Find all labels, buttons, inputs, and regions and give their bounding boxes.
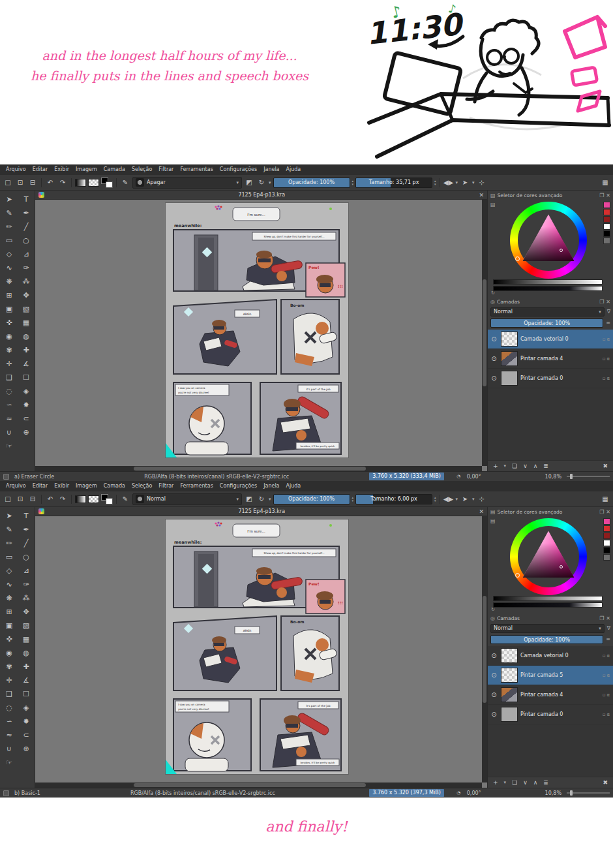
eraser-mode-icon[interactable]: ◩ [244,493,254,504]
gradient-chooser[interactable] [75,495,86,503]
crop-overlay-icon[interactable]: ⊹ [477,493,487,504]
close-document-icon[interactable]: ✕ [479,192,484,198]
menu-item[interactable]: Arquivo [3,481,29,491]
polygon-tool-icon[interactable]: ◇ [1,247,18,261]
layer-row[interactable]: ⊙ Camada vetorial 0 ▫α [488,330,613,349]
rectangle-tool-icon[interactable]: ▭ [1,234,18,247]
opacity-spinner[interactable]: ▴▾ [352,496,354,503]
new-document-icon[interactable]: □ [3,177,13,188]
color-selector-settings-icon[interactable]: ▤ [490,509,496,515]
lightness-slider[interactable] [493,602,603,608]
float-docker-icon[interactable]: ❐ [599,299,604,305]
opacity-slider[interactable]: Opacidade: 100% [273,178,350,188]
layer-visibility-icon[interactable]: ⊙ [490,335,498,343]
delete-layer-button[interactable]: ✖ [603,779,608,786]
rotation-icon[interactable]: ◔ [456,471,462,482]
layer-visibility-icon[interactable]: ⊙ [490,355,498,362]
select-shapes-tool-icon[interactable]: ➤ [1,509,18,523]
blend-mode-dropdown[interactable]: Normal ▾ [490,307,605,317]
chevron-down-icon[interactable]: ▾ [456,180,458,185]
reference-images-tool-icon[interactable]: ❑ [1,687,18,701]
multibrush-tool-icon[interactable]: ⁂ [18,591,35,605]
enclose-fill-tool-icon[interactable]: ◍ [18,646,35,660]
add-layer-button[interactable]: + [493,779,498,786]
layer-lock-icons[interactable]: ▫α [603,376,611,381]
menu-item[interactable]: Seleção [128,481,155,491]
enclose-fill-tool-icon[interactable]: ◍ [18,330,35,343]
transform-tool-icon[interactable]: ⊞ [1,605,18,619]
color-swatch[interactable] [603,216,610,223]
smart-patch-tool-icon[interactable]: ✚ [18,343,35,357]
layer-visibility-icon[interactable]: ⊙ [490,672,498,679]
move-layer-down-button[interactable]: ∨ [523,779,528,786]
menu-item[interactable]: Ajuda [283,164,305,175]
freehand-brush-tool-icon[interactable]: ✏ [1,536,18,550]
blend-mode-dropdown[interactable]: Normal ▾ [490,624,605,633]
menu-item[interactable]: Exibir [51,164,72,175]
magnetic-select-tool-icon[interactable]: ∪ [1,426,18,439]
transform-tool-icon[interactable]: ⊞ [1,288,18,302]
layer-lock-icons[interactable]: ▫α [603,337,611,342]
menu-item[interactable]: Filtrar [155,164,177,175]
undo-icon[interactable]: ↶ [45,177,55,188]
bezier-select-tool-icon[interactable]: ⊂ [18,412,35,426]
chevron-down-icon[interactable]: ▾ [472,180,475,185]
canvas[interactable]: I'm sure... meanwhile: [35,516,482,783]
zoom-slider[interactable] [567,476,610,477]
color-swatch[interactable] [603,540,610,546]
line-tool-icon[interactable]: ╱ [18,220,35,234]
foreground-background-colors[interactable] [101,494,113,504]
layer-lock-icons[interactable]: ▫α [603,712,611,717]
layer-lock-icons[interactable]: ▫α [603,653,611,659]
similar-color-select-tool-icon[interactable]: ≈ [1,728,18,742]
elliptical-select-tool-icon[interactable]: ◌ [1,701,18,715]
brush-size-slider[interactable]: Tamanho: 35,71 px [355,178,432,188]
layer-row[interactable]: ⊙ Camada vetorial 0 ▫α [488,646,613,666]
move-layer-up-button[interactable]: ∧ [533,779,538,786]
chevron-down-icon[interactable]: ▾ [504,780,507,785]
eraser-mode-icon[interactable]: ◩ [244,177,254,188]
size-spinner[interactable]: ▴▾ [434,496,436,503]
layer-lock-icons[interactable]: ▫α [603,692,611,698]
open-document-icon[interactable]: ⊡ [15,177,25,188]
vertical-scrollbar[interactable] [482,516,487,783]
freehand-path-tool-icon[interactable]: ✑ [18,261,35,275]
document-tab[interactable]: 7125 Ep4-p13.kra ✕ [35,191,487,200]
pattern-chooser[interactable] [88,495,99,503]
assistants-tool-icon[interactable]: ✛ [1,357,18,371]
save-document-icon[interactable]: ⊟ [27,177,38,188]
layer-options-icon[interactable]: ≡ [606,320,610,326]
color-wheel[interactable] [510,202,587,279]
opacity-slider[interactable]: Opacidade: 100% [273,494,350,504]
edit-shapes-tool-icon[interactable]: ✎ [1,206,18,220]
color-swatch[interactable] [603,202,610,208]
polyline-tool-icon[interactable]: ⊿ [18,564,35,578]
value-slider[interactable] [493,596,603,601]
close-docker-icon[interactable]: ✕ [606,193,610,198]
horizontal-scrollbar[interactable] [35,466,482,471]
reload-brush-icon[interactable]: ↻ [256,177,267,188]
dynamic-brush-tool-icon[interactable]: ❋ [1,591,18,605]
ellipse-tool-icon[interactable]: ○ [18,550,35,564]
brush-preset-dropdown[interactable]: Normal ▾ [132,493,242,505]
menu-item[interactable]: Configurações [217,164,260,175]
status-image-size[interactable]: 3.760 x 5.320 (397,3 MiB) [369,789,443,797]
multibrush-tool-icon[interactable]: ⁂ [18,275,35,288]
color-sampler-tool-icon[interactable]: ✜ [1,632,18,646]
menu-item[interactable]: Janela [260,164,282,175]
layer-properties-button[interactable]: ≣ [543,463,548,469]
color-swatch[interactable] [603,209,610,215]
wrap-around-icon[interactable]: ➤ [460,493,470,504]
chevron-down-icon[interactable]: ▾ [269,180,271,185]
chevron-down-icon[interactable]: ▾ [269,497,271,502]
duplicate-layer-button[interactable]: ❏ [512,463,517,469]
opacity-spinner[interactable]: ▴▾ [352,179,354,186]
zoom-tool-icon[interactable]: ⊕ [18,426,35,439]
size-spinner[interactable]: ▴▾ [434,179,436,186]
status-image-size[interactable]: 3.760 x 5.320 (333,4 MiB) [369,473,443,480]
menu-item[interactable]: Seleção [128,164,155,175]
text-tool-icon[interactable]: T [18,509,35,523]
pattern-tool-icon[interactable]: ▦ [18,316,35,330]
color-swatch[interactable] [603,223,610,230]
layer-row[interactable]: ⊙ Pintar camada 0 ▫α [488,705,613,724]
